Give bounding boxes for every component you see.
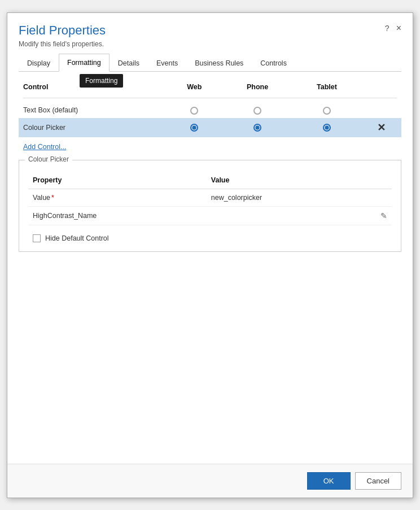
colour-picker-box: Colour Picker Property Value Value* <box>19 160 401 252</box>
cancel-button[interactable]: Cancel <box>355 472 401 490</box>
edit-icon[interactable]: ✎ <box>380 211 387 220</box>
add-control-link[interactable]: Add Control... <box>23 143 66 151</box>
tablet-radio-cell[interactable] <box>293 118 361 137</box>
dialog-body: Display Formatting Details Events Busine… <box>7 54 413 464</box>
hide-default-checkbox[interactable] <box>33 234 41 242</box>
col-phone-header: Phone <box>222 81 293 93</box>
property-table: Property Value Value* new_colorpicker <box>28 174 392 225</box>
value-col-header: Value <box>207 174 353 189</box>
col-web-header: Web <box>167 81 222 93</box>
help-icon[interactable]: ? <box>385 24 390 33</box>
tablet-radio-unchecked[interactable] <box>323 107 331 115</box>
dialog-title: Field Properties <box>19 23 106 38</box>
field-properties-dialog: Field Properties Modify this field's pro… <box>7 12 413 498</box>
colour-picker-legend: Colour Picker <box>25 155 72 163</box>
dialog-footer: OK Cancel <box>7 464 413 498</box>
control-name: Colour Picker <box>19 118 167 137</box>
close-icon[interactable]: × <box>396 23 401 33</box>
hide-default-row: Hide Default Control <box>28 234 392 242</box>
col-tablet-header: Tablet <box>293 81 361 93</box>
tab-formatting[interactable]: Formatting <box>59 54 110 72</box>
phone-radio-cell[interactable] <box>222 118 293 137</box>
prop-col-header: Property <box>28 174 207 189</box>
phone-radio-selected[interactable] <box>253 124 261 132</box>
header-text: Field Properties Modify this field's pro… <box>19 23 106 48</box>
table-row: Colour Picker ✕ <box>19 118 401 137</box>
control-name: Text Box (default) <box>19 103 167 118</box>
property-name: HighContrast_Name <box>28 206 207 225</box>
tab-details[interactable]: Details <box>110 54 148 72</box>
property-name: Value* <box>28 189 207 206</box>
property-row: Value* new_colorpicker <box>28 189 392 206</box>
delete-control-cell[interactable]: ✕ <box>361 118 401 137</box>
web-radio-cell[interactable] <box>167 118 222 137</box>
tab-display[interactable]: Display <box>19 54 59 72</box>
table-row: Text Box (default) <box>19 103 401 118</box>
required-star: * <box>51 194 54 202</box>
web-radio-cell[interactable] <box>167 103 222 118</box>
hide-default-label: Hide Default Control <box>45 234 109 242</box>
delete-control-icon[interactable]: ✕ <box>377 122 386 133</box>
dialog-subtitle: Modify this field's properties. <box>19 40 106 48</box>
phone-radio-unchecked[interactable] <box>253 107 261 115</box>
controls-table: Control Web Phone Tablet Text Box (defau… <box>19 81 401 137</box>
tab-bar: Display Formatting Details Events Busine… <box>19 54 401 72</box>
formatting-tooltip: Formatting <box>80 74 123 88</box>
property-value: new_colorpicker <box>207 189 353 206</box>
tablet-radio-selected[interactable] <box>323 124 331 132</box>
tab-controls[interactable]: Controls <box>252 54 295 72</box>
tab-events[interactable]: Events <box>148 54 186 72</box>
web-radio-selected[interactable] <box>190 124 198 132</box>
dialog-header: Field Properties Modify this field's pro… <box>7 13 413 54</box>
web-radio-unchecked[interactable] <box>190 107 198 115</box>
tab-business-rules[interactable]: Business Rules <box>186 54 252 72</box>
property-value <box>207 206 353 225</box>
controls-section: Control Web Phone Tablet Text Box (defau… <box>19 72 401 151</box>
tablet-radio-cell[interactable] <box>293 103 361 118</box>
property-row: HighContrast_Name ✎ <box>28 206 392 225</box>
ok-button[interactable]: OK <box>307 472 351 490</box>
phone-radio-cell[interactable] <box>222 103 293 118</box>
dialog-window-controls: ? × <box>385 23 401 33</box>
